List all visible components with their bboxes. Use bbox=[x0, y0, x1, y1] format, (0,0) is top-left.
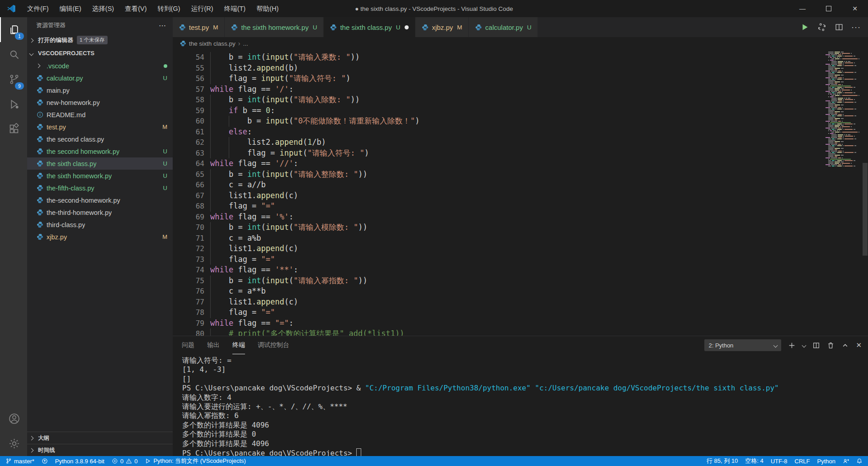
status-language[interactable]: Python bbox=[814, 458, 839, 465]
file-the-fifth-class.py[interactable]: the-fifth-class.pyU bbox=[27, 182, 173, 194]
activity-settings[interactable] bbox=[0, 431, 27, 456]
file-xjbz.py[interactable]: xjbz.pyM bbox=[27, 231, 173, 243]
file-main.py[interactable]: main.py bbox=[27, 84, 173, 96]
file-new-homework.py[interactable]: new-homework.py bbox=[27, 96, 173, 109]
activity-search[interactable] bbox=[0, 42, 27, 67]
split-terminal-button[interactable] bbox=[812, 342, 820, 349]
file-.vscode[interactable]: .vscode bbox=[27, 60, 173, 72]
open-editors-section[interactable]: 打开的编辑器 1 个未保存 bbox=[27, 33, 173, 47]
more-actions-icon[interactable]: ··· bbox=[851, 23, 861, 32]
close-button[interactable]: ✕ bbox=[842, 0, 868, 17]
folder-section[interactable]: VSCODEPROJECTS bbox=[27, 47, 173, 60]
code-line-80: 80 # print("多个数的计算结果是" add(*list1)) bbox=[173, 328, 868, 336]
python-file-icon bbox=[37, 99, 47, 106]
panel-tab-输出[interactable]: 输出 bbox=[207, 336, 220, 354]
chevron-right-icon bbox=[30, 447, 38, 453]
file-the-third-homework.py[interactable]: the-third-homework.py bbox=[27, 206, 173, 219]
code-line-64: 64while flag == '//': bbox=[173, 158, 868, 169]
status-encoding[interactable]: UTF-8 bbox=[767, 458, 791, 465]
file-the-second-homework.py[interactable]: the-second-homework.py bbox=[27, 194, 173, 206]
maximize-panel-button[interactable] bbox=[841, 342, 849, 349]
status-line-col[interactable]: 行 85, 列 10 bbox=[703, 457, 741, 465]
code-editor[interactable]: 54 b = int(input("请输入乘数: "))55 list2.app… bbox=[173, 50, 868, 336]
terminal-output[interactable]: 请输入符号: =[1, 4, -3][]PS C:\Users\pancake … bbox=[173, 354, 868, 456]
publish-icon bbox=[42, 458, 48, 464]
file-test.py[interactable]: test.pyM bbox=[27, 121, 173, 133]
tab-the sixth homework.py[interactable]: the sixth homework.pyU bbox=[225, 17, 324, 37]
close-panel-button[interactable]: ✕ bbox=[856, 341, 862, 349]
terminal-line-11: PS C:\Users\pancake dog\VScodeProjects> bbox=[182, 448, 868, 456]
run-debug-icon bbox=[8, 98, 20, 110]
pane-大纲[interactable]: 大纲 bbox=[27, 432, 173, 444]
line-number: 71 bbox=[173, 233, 204, 244]
terminal-line-1: 请输入符号: = bbox=[182, 356, 868, 365]
sidebar-explorer: 资源管理器 ⋯ 打开的编辑器 1 个未保存 VSCODEPROJECTS .vs… bbox=[27, 17, 173, 456]
terminal-dropdown-icon[interactable] bbox=[802, 343, 807, 347]
breadcrumb[interactable]: the sixth class.py › ... bbox=[173, 37, 868, 50]
run-file-button[interactable] bbox=[800, 22, 810, 32]
maximize-button[interactable] bbox=[816, 0, 842, 17]
chevron-down-icon bbox=[774, 343, 778, 347]
status-publish[interactable] bbox=[38, 456, 52, 466]
terminal-select-value: 2: Python bbox=[708, 342, 733, 349]
status-eol[interactable]: CRLF bbox=[791, 458, 814, 465]
explorer-badge: 1 bbox=[15, 33, 24, 40]
minimap[interactable] bbox=[825, 52, 862, 167]
file-the sixth class.py[interactable]: the sixth class.pyU bbox=[27, 157, 173, 170]
activity-account[interactable] bbox=[0, 406, 27, 431]
file-README.md[interactable]: README.md bbox=[27, 109, 173, 121]
status-branch[interactable]: master* bbox=[2, 456, 38, 466]
panel-tab-终端[interactable]: 终端 bbox=[232, 336, 245, 354]
chevron-right-icon bbox=[30, 37, 38, 43]
kill-terminal-button[interactable] bbox=[827, 342, 835, 349]
status-problems[interactable]: 0 0 bbox=[108, 456, 141, 466]
panel-tab-问题[interactable]: 问题 bbox=[182, 336, 194, 354]
tab-the sixth class.py[interactable]: the sixth class.pyU bbox=[324, 17, 415, 37]
status-notifications[interactable] bbox=[853, 458, 866, 464]
status-python-version[interactable]: Python 3.8.9 64-bit bbox=[52, 456, 108, 466]
menu-终端(T)[interactable]: 终端(T) bbox=[219, 0, 251, 17]
menu-文件(F)[interactable]: 文件(F) bbox=[22, 0, 54, 17]
line-number: 79 bbox=[173, 318, 204, 329]
status-indentation[interactable]: 空格: 4 bbox=[741, 457, 767, 465]
status-feedback[interactable] bbox=[839, 458, 853, 464]
code-line-57: 57while flag == '/': bbox=[173, 84, 868, 95]
minimize-button[interactable]: — bbox=[789, 0, 816, 17]
code-line-73: 73 flag = "=" bbox=[173, 254, 868, 265]
file-the sixth homework.py[interactable]: the sixth homework.pyU bbox=[27, 170, 173, 182]
pane-时间线[interactable]: 时间线 bbox=[27, 444, 173, 456]
menu-选择(S)[interactable]: 选择(S) bbox=[87, 0, 119, 17]
python-file-icon bbox=[180, 40, 186, 47]
breadcrumb-symbol[interactable]: ... bbox=[243, 40, 248, 47]
split-editor-icon[interactable] bbox=[834, 22, 844, 32]
panel-tab-调试控制台[interactable]: 调试控制台 bbox=[258, 336, 289, 354]
file-the second class.py[interactable]: the second class.py bbox=[27, 133, 173, 145]
menu-运行(R)[interactable]: 运行(R) bbox=[185, 0, 218, 17]
terminal-select[interactable]: 2: Python bbox=[704, 339, 781, 351]
line-number: 68 bbox=[173, 201, 204, 212]
status-python-launcher[interactable]: Python: 当前文件 (VScodeProjects) bbox=[141, 456, 249, 466]
explorer-more-actions[interactable]: ⋯ bbox=[159, 21, 166, 30]
activity-extensions[interactable] bbox=[0, 117, 27, 142]
activity-explorer[interactable]: 1 bbox=[0, 17, 27, 42]
extensions-icon bbox=[8, 123, 20, 135]
breadcrumb-file[interactable]: the sixth class.py bbox=[189, 40, 236, 47]
code-line-59: 59 if b == 0: bbox=[173, 105, 868, 116]
file-the second homework.py[interactable]: the second homework.pyU bbox=[27, 145, 173, 157]
new-terminal-button[interactable] bbox=[788, 342, 796, 349]
file-calculator.py[interactable]: calculator.pyU bbox=[27, 72, 173, 84]
status-bar: master* Python 3.8.9 64-bit 0 0 Python: … bbox=[0, 456, 868, 466]
file-third-class.py[interactable]: third-class.py bbox=[27, 219, 173, 231]
chevron-down-icon bbox=[30, 50, 38, 57]
tab-xjbz.py[interactable]: xjbz.pyM bbox=[415, 17, 469, 37]
tab-calculator.py[interactable]: calculator.pyU bbox=[469, 17, 538, 37]
menu-转到(G)[interactable]: 转到(G) bbox=[152, 0, 186, 17]
tab-test.py[interactable]: test.pyM bbox=[173, 17, 225, 37]
menu-帮助(H)[interactable]: 帮助(H) bbox=[251, 0, 284, 17]
editor-scrollbar[interactable] bbox=[863, 163, 868, 256]
menu-查看(V)[interactable]: 查看(V) bbox=[119, 0, 152, 17]
activity-run-debug[interactable] bbox=[0, 92, 27, 117]
activity-source-control[interactable]: 9 bbox=[0, 67, 27, 92]
open-changes-icon[interactable] bbox=[817, 22, 827, 32]
menu-编辑(E)[interactable]: 编辑(E) bbox=[54, 0, 87, 17]
